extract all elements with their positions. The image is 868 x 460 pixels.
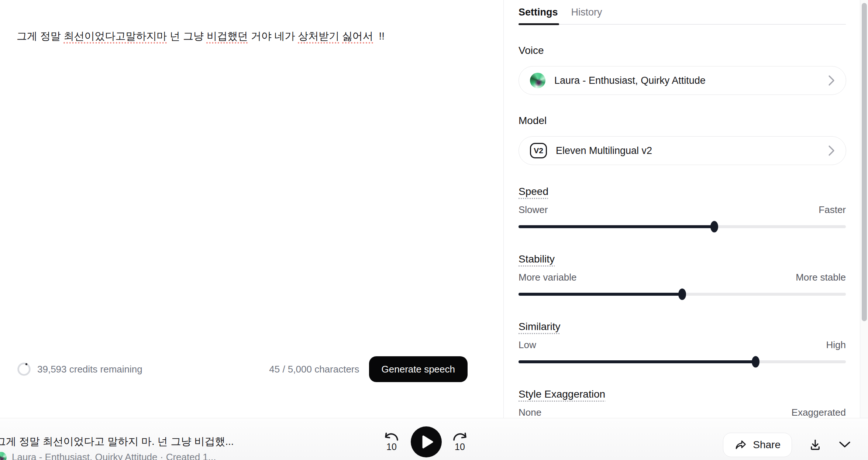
player-track-meta: Laura - Enthusiast, Quirky Attitude · Cr… [0, 452, 216, 460]
audio-player-bar: 그게 정말 최선이었다고 말하지 마. 넌 그냥 비겁했... Laura - … [0, 418, 868, 460]
similarity-ends: Low High [519, 339, 846, 351]
slider-thumb[interactable] [678, 289, 686, 300]
settings-scrollbar[interactable] [860, 0, 868, 418]
voice-select-button[interactable]: Laura - Enthusiast, Quirky Attitude [519, 66, 846, 95]
editor-word[interactable]: !! [373, 30, 385, 42]
editor-word[interactable]: 그게 정말 [17, 30, 64, 42]
tab-history[interactable]: History [571, 7, 602, 18]
voice-select-value: Laura - Enthusiast, Quirky Attitude [554, 75, 706, 86]
stability-section: Stability More variable More stable [519, 253, 846, 300]
tab-settings[interactable]: Settings [519, 7, 558, 18]
voice-avatar [530, 73, 545, 88]
rewind-10-icon: 10 [382, 432, 401, 452]
chevron-right-icon [828, 75, 835, 86]
misspelled-word[interactable]: 싫어서 [342, 30, 373, 42]
slider-fill [519, 225, 714, 228]
settings-tabs: Settings History [519, 0, 846, 18]
chevron-down-icon [838, 441, 851, 449]
text-editor-pane: 그게 정말 최선이었다고말하지마 넌 그냥 비겁했던 거야 네가 상처받기 싫어… [0, 0, 503, 418]
stability-left-label: More variable [519, 272, 577, 283]
editor-word[interactable] [339, 30, 342, 42]
slider-fill [519, 360, 756, 363]
svg-text:10: 10 [455, 442, 465, 452]
tab-divider [519, 24, 846, 25]
credits-text: 39,593 credits remaining [37, 364, 142, 375]
editor-word[interactable]: 넌 그냥 [167, 30, 207, 42]
player-actions: Share [723, 418, 851, 460]
forward-10-icon: 10 [450, 432, 469, 452]
download-icon [808, 438, 822, 452]
settings-panel: Settings History Voice Laura - Enthusias… [503, 0, 860, 418]
style-right-label: Exaggerated [792, 407, 846, 418]
similarity-left-label: Low [519, 339, 536, 351]
stability-right-label: More stable [796, 272, 846, 283]
model-select-value: Eleven Multilingual v2 [556, 145, 652, 157]
play-icon [421, 435, 433, 449]
stability-slider[interactable] [519, 288, 846, 300]
speed-left-label: Slower [519, 204, 548, 216]
footer-right: 45 / 5,000 characters Generate speech [269, 356, 468, 382]
forward-10-button[interactable]: 10 [450, 432, 469, 452]
play-button[interactable] [411, 426, 442, 457]
character-count: 45 / 5,000 characters [269, 364, 359, 375]
editor-footer: 39,593 credits remaining 45 / 5,000 char… [17, 356, 468, 382]
credits-remaining: 39,593 credits remaining [17, 362, 142, 377]
speed-slider[interactable] [519, 221, 846, 233]
similarity-slider[interactable] [519, 356, 846, 368]
player-collapse-button[interactable] [838, 441, 851, 449]
rewind-10-button[interactable]: 10 [382, 432, 401, 452]
model-v2-badge: V2 [530, 143, 547, 158]
slider-fill [519, 293, 682, 296]
stability-label: Stability [519, 253, 555, 265]
active-tab-underline [519, 23, 559, 25]
style-exaggeration-label: Style Exaggeration [519, 388, 605, 400]
similarity-section: Similarity Low High [519, 321, 846, 368]
credits-progress-ring-icon [17, 362, 31, 377]
style-ends: None Exaggerated [519, 407, 846, 418]
share-icon [734, 439, 747, 451]
scrollbar-thumb[interactable] [862, 3, 867, 321]
misspelled-word[interactable]: 최선이었다고말하지마 [64, 30, 167, 42]
similarity-label: Similarity [519, 321, 561, 333]
misspelled-word[interactable]: 상처받기 [298, 30, 339, 42]
generate-speech-button[interactable]: Generate speech [369, 356, 468, 382]
player-voice-avatar [0, 452, 7, 460]
share-button[interactable]: Share [723, 433, 792, 457]
model-select-button[interactable]: V2 Eleven Multilingual v2 [519, 136, 846, 165]
editor-text-input[interactable]: 그게 정말 최선이었다고말하지마 넌 그냥 비겁했던 거야 네가 상처받기 싫어… [17, 28, 478, 44]
speed-right-label: Faster [819, 204, 846, 216]
speed-label: Speed [519, 186, 548, 198]
share-label: Share [753, 439, 781, 451]
slider-thumb[interactable] [710, 221, 718, 233]
text-to-speech-app: 그게 정말 최선이었다고말하지마 넌 그냥 비겁했던 거야 네가 상처받기 싫어… [0, 0, 868, 460]
download-button[interactable] [808, 438, 822, 452]
svg-text:10: 10 [386, 442, 397, 452]
player-track-subtitle: Laura - Enthusiast, Quirky Attitude · Cr… [12, 452, 216, 460]
style-left-label: None [519, 407, 541, 418]
similarity-right-label: High [826, 339, 846, 351]
speed-section: Speed Slower Faster [519, 186, 846, 233]
model-label: Model [519, 115, 547, 127]
chevron-right-icon [828, 145, 835, 156]
misspelled-word[interactable]: 비겁했던 [207, 30, 248, 42]
slider-thumb[interactable] [752, 356, 760, 368]
player-track-title: 그게 정말 최선이었다고 말하지 마. 넌 그냥 비겁했... [0, 435, 234, 449]
voice-label: Voice [519, 45, 544, 56]
stability-ends: More variable More stable [519, 272, 846, 283]
speed-ends: Slower Faster [519, 204, 846, 216]
editor-word[interactable]: 거야 네가 [248, 30, 298, 42]
